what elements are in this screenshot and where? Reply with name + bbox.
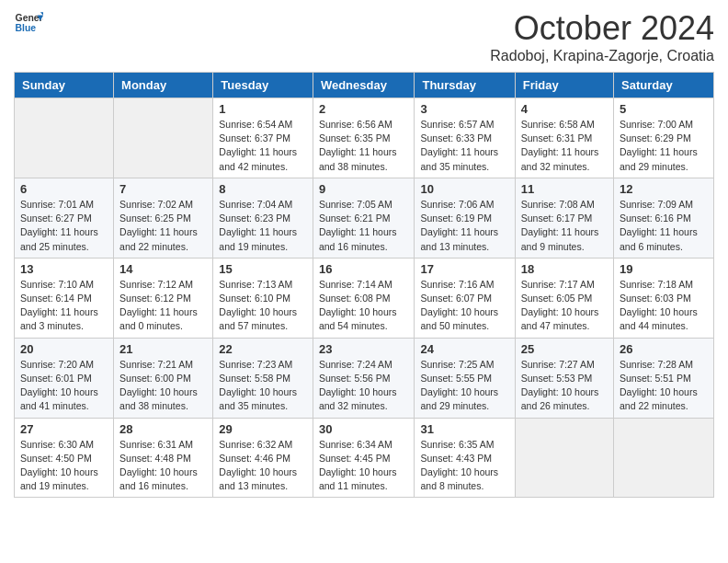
weekday-header-wednesday: Wednesday	[313, 73, 415, 98]
sunrise-text: Sunrise: 7:13 AM	[219, 278, 307, 292]
sunset-text: Sunset: 4:45 PM	[319, 452, 409, 465]
daylight-text: Daylight: 11 hours and 19 minutes.	[219, 225, 307, 253]
sunrise-text: Sunrise: 6:35 AM	[420, 438, 508, 452]
calendar-cell	[614, 418, 714, 498]
sunset-text: Sunset: 6:33 PM	[420, 132, 508, 145]
sunrise-text: Sunrise: 6:32 AM	[219, 438, 307, 452]
sunset-text: Sunset: 6:37 PM	[219, 132, 307, 145]
day-number: 2	[319, 102, 409, 116]
day-number: 10	[420, 182, 508, 196]
sunset-text: Sunset: 6:14 PM	[20, 292, 108, 305]
day-number: 11	[521, 182, 608, 196]
weekday-header-friday: Friday	[515, 73, 613, 98]
sunset-text: Sunset: 6:27 PM	[20, 212, 108, 225]
day-info: Sunrise: 6:31 AM Sunset: 4:48 PM Dayligh…	[119, 438, 207, 494]
calendar-week-2: 6 Sunrise: 7:01 AM Sunset: 6:27 PM Dayli…	[15, 178, 714, 258]
day-number: 16	[319, 262, 409, 276]
day-info: Sunrise: 7:14 AM Sunset: 6:08 PM Dayligh…	[319, 278, 409, 334]
calendar-cell: 2 Sunrise: 6:56 AM Sunset: 6:35 PM Dayli…	[313, 98, 415, 178]
day-number: 29	[219, 422, 307, 436]
sunset-text: Sunset: 6:21 PM	[319, 212, 409, 225]
calendar-cell: 13 Sunrise: 7:10 AM Sunset: 6:14 PM Dayl…	[15, 258, 114, 338]
daylight-text: Daylight: 10 hours and 16 minutes.	[119, 465, 207, 493]
day-info: Sunrise: 6:30 AM Sunset: 4:50 PM Dayligh…	[20, 438, 108, 494]
calendar-week-1: 1 Sunrise: 6:54 AM Sunset: 6:37 PM Dayli…	[15, 98, 714, 178]
day-info: Sunrise: 7:17 AM Sunset: 6:05 PM Dayligh…	[521, 278, 608, 334]
calendar-cell: 1 Sunrise: 6:54 AM Sunset: 6:37 PM Dayli…	[213, 98, 313, 178]
sunset-text: Sunset: 5:55 PM	[420, 372, 508, 385]
day-number: 31	[420, 422, 508, 436]
calendar-cell: 6 Sunrise: 7:01 AM Sunset: 6:27 PM Dayli…	[15, 178, 114, 258]
month-title: October 2024	[490, 9, 714, 48]
daylight-text: Daylight: 11 hours and 13 minutes.	[420, 225, 508, 253]
daylight-text: Daylight: 11 hours and 35 minutes.	[420, 145, 508, 173]
daylight-text: Daylight: 10 hours and 35 minutes.	[219, 385, 307, 413]
sunset-text: Sunset: 4:43 PM	[420, 452, 508, 465]
sunset-text: Sunset: 6:17 PM	[521, 212, 608, 225]
day-number: 19	[620, 262, 708, 276]
calendar-cell: 25 Sunrise: 7:27 AM Sunset: 5:53 PM Dayl…	[515, 338, 613, 418]
calendar-cell: 31 Sunrise: 6:35 AM Sunset: 4:43 PM Dayl…	[415, 418, 515, 498]
sunset-text: Sunset: 5:56 PM	[319, 372, 409, 385]
calendar-cell: 16 Sunrise: 7:14 AM Sunset: 6:08 PM Dayl…	[313, 258, 415, 338]
day-info: Sunrise: 6:35 AM Sunset: 4:43 PM Dayligh…	[420, 438, 508, 494]
calendar-cell: 24 Sunrise: 7:25 AM Sunset: 5:55 PM Dayl…	[415, 338, 515, 418]
daylight-text: Daylight: 10 hours and 38 minutes.	[119, 385, 207, 413]
sunrise-text: Sunrise: 7:01 AM	[20, 198, 108, 212]
sunrise-text: Sunrise: 7:21 AM	[119, 358, 207, 372]
sunset-text: Sunset: 4:50 PM	[20, 452, 108, 465]
weekday-header-tuesday: Tuesday	[213, 73, 313, 98]
calendar-week-3: 13 Sunrise: 7:10 AM Sunset: 6:14 PM Dayl…	[15, 258, 714, 338]
daylight-text: Daylight: 10 hours and 41 minutes.	[20, 385, 108, 413]
calendar-cell: 12 Sunrise: 7:09 AM Sunset: 6:16 PM Dayl…	[614, 178, 714, 258]
day-number: 14	[119, 262, 207, 276]
day-number: 30	[319, 422, 409, 436]
daylight-text: Daylight: 10 hours and 8 minutes.	[420, 465, 508, 493]
sunset-text: Sunset: 6:10 PM	[219, 292, 307, 305]
day-info: Sunrise: 7:21 AM Sunset: 6:00 PM Dayligh…	[119, 358, 207, 414]
svg-text:Blue: Blue	[16, 23, 37, 33]
day-info: Sunrise: 7:23 AM Sunset: 5:58 PM Dayligh…	[219, 358, 307, 414]
calendar-cell: 14 Sunrise: 7:12 AM Sunset: 6:12 PM Dayl…	[114, 258, 213, 338]
day-number: 17	[420, 262, 508, 276]
daylight-text: Daylight: 10 hours and 50 minutes.	[420, 305, 508, 333]
day-number: 7	[119, 182, 207, 196]
sunset-text: Sunset: 6:31 PM	[521, 132, 608, 145]
day-info: Sunrise: 7:05 AM Sunset: 6:21 PM Dayligh…	[319, 198, 409, 254]
day-number: 22	[219, 342, 307, 356]
sunset-text: Sunset: 6:19 PM	[420, 212, 508, 225]
calendar-cell: 19 Sunrise: 7:18 AM Sunset: 6:03 PM Dayl…	[614, 258, 714, 338]
calendar-cell	[515, 418, 613, 498]
day-number: 9	[319, 182, 409, 196]
daylight-text: Daylight: 10 hours and 13 minutes.	[219, 465, 307, 493]
daylight-text: Daylight: 11 hours and 29 minutes.	[620, 145, 708, 173]
sunrise-text: Sunrise: 7:05 AM	[319, 198, 409, 212]
calendar-cell: 11 Sunrise: 7:08 AM Sunset: 6:17 PM Dayl…	[515, 178, 613, 258]
day-number: 27	[20, 422, 108, 436]
daylight-text: Daylight: 10 hours and 44 minutes.	[620, 305, 708, 333]
day-info: Sunrise: 6:57 AM Sunset: 6:33 PM Dayligh…	[420, 118, 508, 174]
day-info: Sunrise: 6:58 AM Sunset: 6:31 PM Dayligh…	[521, 118, 608, 174]
day-info: Sunrise: 7:02 AM Sunset: 6:25 PM Dayligh…	[119, 198, 207, 254]
sunrise-text: Sunrise: 7:14 AM	[319, 278, 409, 292]
sunrise-text: Sunrise: 7:27 AM	[521, 358, 608, 372]
sunrise-text: Sunrise: 7:04 AM	[219, 198, 307, 212]
calendar-cell: 7 Sunrise: 7:02 AM Sunset: 6:25 PM Dayli…	[114, 178, 213, 258]
calendar-cell: 9 Sunrise: 7:05 AM Sunset: 6:21 PM Dayli…	[313, 178, 415, 258]
day-info: Sunrise: 7:27 AM Sunset: 5:53 PM Dayligh…	[521, 358, 608, 414]
sunset-text: Sunset: 6:07 PM	[420, 292, 508, 305]
sunrise-text: Sunrise: 7:18 AM	[620, 278, 708, 292]
calendar-header-row: SundayMondayTuesdayWednesdayThursdayFrid…	[15, 73, 714, 98]
day-number: 26	[620, 342, 708, 356]
day-number: 1	[219, 102, 307, 116]
day-info: Sunrise: 7:25 AM Sunset: 5:55 PM Dayligh…	[420, 358, 508, 414]
day-info: Sunrise: 6:32 AM Sunset: 4:46 PM Dayligh…	[219, 438, 307, 494]
day-info: Sunrise: 7:00 AM Sunset: 6:29 PM Dayligh…	[620, 118, 708, 174]
daylight-text: Daylight: 11 hours and 22 minutes.	[119, 225, 207, 253]
calendar-cell: 8 Sunrise: 7:04 AM Sunset: 6:23 PM Dayli…	[213, 178, 313, 258]
day-info: Sunrise: 6:56 AM Sunset: 6:35 PM Dayligh…	[319, 118, 409, 174]
sunset-text: Sunset: 6:01 PM	[20, 372, 108, 385]
sunrise-text: Sunrise: 7:12 AM	[119, 278, 207, 292]
daylight-text: Daylight: 10 hours and 26 minutes.	[521, 385, 608, 413]
calendar-cell: 3 Sunrise: 6:57 AM Sunset: 6:33 PM Dayli…	[415, 98, 515, 178]
